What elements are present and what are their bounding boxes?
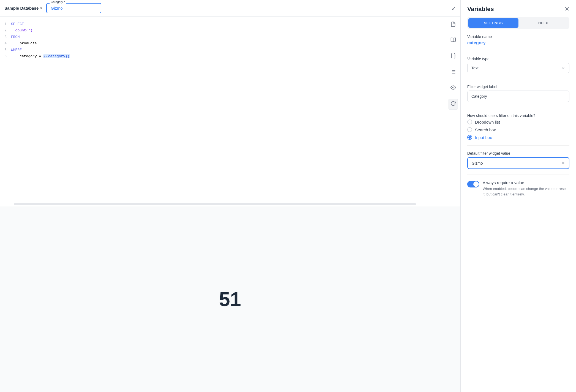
- close-panel-button[interactable]: ✕: [564, 6, 569, 13]
- always-require-row: Always require a value When enabled, peo…: [467, 180, 569, 197]
- always-require-text-group: Always require a value When enabled, peo…: [483, 180, 569, 197]
- db-chevron-icon: ▾: [40, 6, 42, 10]
- horizontal-scrollbar[interactable]: [14, 203, 416, 205]
- radio-dropdown[interactable]: Dropdown list: [467, 119, 569, 124]
- variable-type-value: Text: [471, 66, 479, 70]
- line-num: 5: [4, 47, 7, 53]
- editor-sidebar-icons: [446, 17, 460, 202]
- variable-name-value: category: [467, 40, 569, 45]
- code-line-5: WHERE: [11, 47, 444, 53]
- code-line-2: count(*): [11, 27, 444, 34]
- line-num: 2: [4, 27, 7, 34]
- default-filter-group: Default filter widget value ✕: [467, 151, 569, 169]
- code-line-3: FROM: [11, 34, 444, 40]
- filter-widget-label-group: Filter widget label: [467, 85, 569, 102]
- radio-input[interactable]: Input box: [467, 135, 569, 140]
- result-area: 51: [0, 206, 460, 392]
- filter-question-text: How should users filter on this variable…: [467, 113, 569, 118]
- code-editor[interactable]: SELECT count(*) FROM products WHERE cate…: [9, 17, 446, 202]
- divider-5: [467, 175, 569, 175]
- radio-search-label: Search box: [475, 127, 496, 132]
- always-require-toggle[interactable]: [467, 181, 479, 187]
- variable-type-group: Variable type Text: [467, 57, 569, 73]
- divider-2: [467, 79, 569, 79]
- document-icon-button[interactable]: [449, 20, 458, 30]
- radio-dropdown-label: Dropdown list: [475, 120, 500, 124]
- book-icon-button[interactable]: [449, 36, 458, 46]
- radio-input-circle: [467, 135, 472, 140]
- category-input[interactable]: [46, 3, 101, 13]
- code-line-4: products: [11, 40, 444, 47]
- top-bar: Sample Database ▾ Category * ⤢: [0, 0, 460, 17]
- line-num: 6: [4, 53, 7, 59]
- code-line-1: SELECT: [11, 21, 444, 27]
- radio-search-circle: [467, 127, 472, 132]
- variable-icon-button[interactable]: [449, 51, 458, 62]
- svg-point-6: [453, 87, 454, 88]
- editor-area: 1 2 3 4 5 6 SELECT count(*) FROM product…: [0, 17, 460, 202]
- filter-options-group: How should users filter on this variable…: [467, 113, 569, 140]
- variable-name-group: Variable name category: [467, 34, 569, 45]
- panel-title: Variables: [467, 6, 494, 13]
- refresh-icon-button[interactable]: [449, 99, 458, 110]
- divider-4: [467, 145, 569, 146]
- filter-widget-label-input[interactable]: [467, 91, 569, 102]
- variables-panel: Variables ✕ SETTINGS HELP Variable name …: [460, 0, 576, 392]
- radio-input-label: Input box: [475, 135, 492, 140]
- line-num: 3: [4, 34, 7, 40]
- tab-help[interactable]: HELP: [518, 18, 569, 28]
- always-require-title: Always require a value: [483, 180, 569, 185]
- default-filter-label: Default filter widget value: [467, 151, 569, 156]
- default-filter-input-wrapper: ✕: [467, 157, 569, 169]
- code-line-6: category = {{category}}: [11, 53, 444, 59]
- radio-search[interactable]: Search box: [467, 127, 569, 132]
- line-numbers: 1 2 3 4 5 6: [0, 17, 9, 202]
- variable-type-label: Variable type: [467, 57, 569, 61]
- default-filter-input[interactable]: [472, 161, 561, 165]
- filter-widget-label-label: Filter widget label: [467, 85, 569, 89]
- filter-icon-button[interactable]: [449, 67, 458, 78]
- category-label: Category *: [50, 0, 66, 4]
- filter-radio-group: Dropdown list Search box Input box: [467, 119, 569, 140]
- line-num: 1: [4, 21, 7, 27]
- collapse-button[interactable]: ⤢: [452, 5, 456, 11]
- category-input-wrapper: Category *: [46, 3, 101, 13]
- line-num: 4: [4, 40, 7, 47]
- variable-type-select[interactable]: Text: [467, 63, 569, 73]
- panel-body: Variable name category Variable type Tex…: [461, 34, 576, 203]
- eye-icon-button[interactable]: [449, 83, 458, 93]
- database-selector[interactable]: Sample Database ▾: [4, 6, 42, 10]
- result-value: 51: [219, 288, 241, 311]
- chevron-down-icon: [561, 66, 565, 70]
- tab-settings[interactable]: SETTINGS: [468, 18, 518, 28]
- variable-name-label: Variable name: [467, 34, 569, 39]
- left-panel: Sample Database ▾ Category * ⤢ 1 2 3 4 5…: [0, 0, 460, 392]
- always-require-desc: When enabled, people can change the valu…: [483, 186, 569, 197]
- panel-header: Variables ✕: [461, 0, 576, 17]
- divider-1: [467, 51, 569, 51]
- divider-3: [467, 108, 569, 108]
- clear-default-value-button[interactable]: ✕: [561, 160, 565, 166]
- tab-row: SETTINGS HELP: [467, 17, 569, 29]
- database-name: Sample Database: [4, 6, 39, 10]
- radio-dropdown-circle: [467, 119, 472, 124]
